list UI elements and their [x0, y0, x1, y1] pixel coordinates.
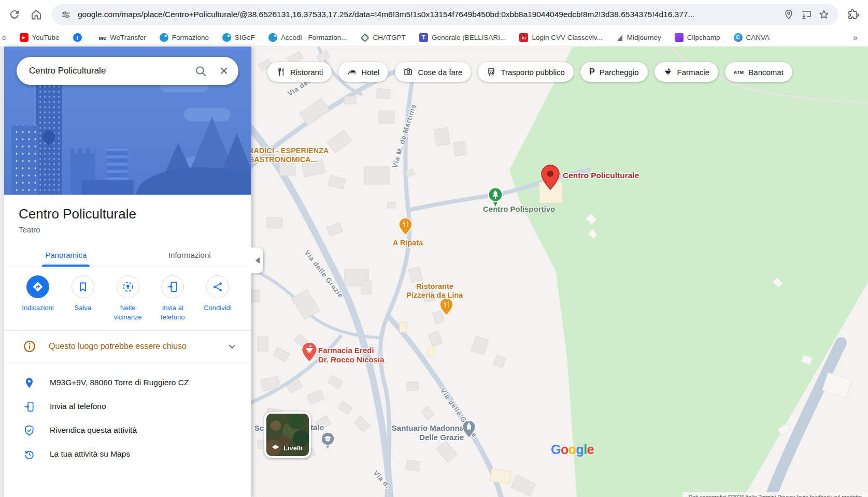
history-clock-icon: [23, 448, 35, 460]
map-pin-santuario[interactable]: [462, 420, 476, 441]
bookmarks-overflow-icon[interactable]: »: [853, 33, 858, 42]
save-button[interactable]: Salva: [61, 275, 105, 322]
bookmark-item-youtube[interactable]: YouTube: [20, 33, 60, 42]
bookmark-item[interactable]: e: [2, 34, 6, 41]
bookmark-item-sigef[interactable]: SIGeF: [222, 33, 255, 42]
bookmark-item-classeviva[interactable]: isLogin CVV Classeviv...: [519, 33, 602, 42]
place-panel: × Centro Policulturale Teatro Panoramica…: [4, 47, 251, 497]
bookmark-item-formazione[interactable]: Formazione: [160, 33, 209, 42]
maps-search-box[interactable]: ×: [17, 57, 238, 85]
map-base-layer: [251, 47, 868, 497]
poi-label-pizzeria-da-lina[interactable]: RistorantePizzeria da Lina: [390, 282, 479, 300]
train-icon: [487, 67, 496, 77]
poi-label-santuario[interactable]: Santuario MadonnaDelle Grazie: [375, 423, 464, 442]
bookmark-item-canva[interactable]: CCANVA: [734, 33, 770, 42]
teams-icon: T: [419, 33, 428, 42]
bookmark-item-clipchamp[interactable]: Clipchamp: [675, 33, 720, 42]
nearby-icon: [117, 275, 139, 298]
restaurant-pin-icon: [399, 217, 412, 236]
chip-hotel[interactable]: Hotel: [338, 62, 388, 82]
sigef-icon: [222, 33, 231, 42]
chip-bancomat[interactable]: ATM Bancomat: [725, 62, 792, 82]
info-icon: [23, 340, 36, 353]
clipchamp-icon: [675, 33, 684, 42]
location-pin-icon[interactable]: [783, 9, 794, 20]
url-bar[interactable]: google.com/maps/place/Centro+Policultura…: [52, 4, 838, 25]
poi-label-scuola[interactable]: Sc: [254, 423, 264, 432]
place-actions: Indicazioni Salva Nelle vicinanze: [4, 267, 251, 326]
page-title: Centro Policulturale: [4, 206, 251, 222]
poi-label-farmacia[interactable]: Farmacia ErediDr. Rocco Nicosia: [318, 346, 385, 364]
search-input[interactable]: [29, 66, 182, 76]
chip-label: Parcheggio: [600, 68, 639, 77]
map-pin-scuola[interactable]: [321, 432, 335, 451]
poi-label-radici[interactable]: RADICI - ESPERIENZAGASTRONOMICA...: [251, 147, 329, 164]
google-logo: Google: [551, 442, 594, 457]
address-text: M93G+9V, 88060 Torre di Ruggiero CZ: [50, 378, 189, 387]
chip-cose-da-fare[interactable]: Cose da fare: [395, 62, 471, 82]
site-info-icon[interactable]: [60, 9, 72, 20]
map-pin-pizzeria-da-lina[interactable]: [439, 298, 453, 318]
bookmark-item-chatgpt[interactable]: CHATGPT: [361, 33, 406, 42]
map-canvas[interactable]: Ristoranti Hotel Cose da fare Trasporto …: [251, 47, 868, 497]
map-pin-farmacia[interactable]: [301, 342, 318, 364]
maps-activity-row[interactable]: La tua attività su Maps: [4, 442, 251, 466]
send-to-phone-button[interactable]: Invia al telefono: [150, 275, 195, 322]
chip-label: Cose da fare: [418, 68, 462, 77]
search-icon[interactable]: [194, 65, 207, 78]
tab-panoramica[interactable]: Panoramica: [4, 244, 128, 267]
map-pin-centro-polisportivo[interactable]: [488, 187, 503, 210]
place-tabs: Panoramica Informazioni: [4, 244, 251, 267]
share-button[interactable]: Condividi: [195, 275, 240, 322]
tab-informazioni[interactable]: Informazioni: [128, 244, 252, 267]
collapse-panel-button[interactable]: [251, 247, 263, 273]
browser-window: google.com/maps/place/Centro+Policultura…: [0, 0, 868, 497]
chip-farmacie[interactable]: Farmacie: [654, 62, 719, 82]
phone-arrow-icon: [23, 401, 35, 413]
url-text[interactable]: google.com/maps/place/Centro+Policultura…: [78, 10, 777, 19]
chip-label: Farmacie: [677, 68, 710, 77]
facebook-icon: f: [73, 33, 82, 42]
extensions-icon[interactable]: [847, 8, 860, 21]
bookmark-item-wetransfer[interactable]: weWeTransfer: [99, 33, 146, 42]
place-status-alert[interactable]: Questo luogo potrebbe essere chiuso: [4, 330, 251, 362]
layers-control[interactable]: Livelli: [264, 412, 311, 458]
clear-search-icon[interactable]: ×: [220, 64, 228, 78]
directions-button[interactable]: Indicazioni: [16, 275, 60, 322]
claim-business-text: Rivendica questa attività: [50, 426, 137, 435]
bookmark-item-midjourney[interactable]: Midjourney: [616, 33, 661, 42]
chevron-down-icon[interactable]: [226, 341, 238, 352]
place-category: Teatro: [4, 222, 251, 234]
address-row[interactable]: M93G+9V, 88060 Torre di Ruggiero CZ: [4, 371, 251, 394]
reload-icon[interactable]: [8, 8, 21, 21]
place-details-list: M93G+9V, 88060 Torre di Ruggiero CZ Invi…: [4, 362, 251, 474]
layers-label: Livelli: [283, 444, 303, 452]
poi-label-centro-policulturale[interactable]: Centro Policulturale: [563, 171, 639, 180]
poi-label-a-ripata[interactable]: A Ripata: [393, 239, 423, 247]
map-pin-centro-policulturale[interactable]: [541, 165, 560, 193]
send-to-phone-row[interactable]: Invia al telefono: [4, 394, 251, 418]
send-to-phone-text: Invia al telefono: [50, 402, 106, 411]
red-place-pin-icon: [541, 165, 560, 191]
bookmark-item-accedi[interactable]: Accedi - Formazion...: [268, 33, 347, 42]
layers-icon: [271, 444, 280, 452]
nearby-button[interactable]: Nelle vicinanze: [106, 275, 150, 322]
chip-trasporto-pubblico[interactable]: Trasporto pubblico: [478, 62, 574, 82]
shield-check-icon: [23, 425, 35, 436]
claim-business-row[interactable]: Rivendica questa attività: [4, 418, 251, 442]
midjourney-icon: [616, 33, 623, 42]
chip-ristoranti[interactable]: Ristoranti: [267, 62, 332, 82]
pharmacy-icon: [663, 67, 673, 77]
directions-icon: [26, 275, 49, 298]
install-app-icon[interactable]: [801, 9, 812, 20]
home-icon[interactable]: [30, 8, 42, 21]
alert-text: Questo luogo potrebbe essere chiuso: [49, 342, 214, 351]
map-pin-a-ripata[interactable]: [399, 217, 412, 238]
bookmark-item-facebook[interactable]: f: [73, 33, 86, 42]
maps-activity-text: La tua attività su Maps: [50, 449, 130, 459]
chip-parcheggio[interactable]: P Parcheggio: [580, 62, 648, 82]
accedi-icon: [268, 33, 277, 42]
bookmark-item-teams[interactable]: TGenerale (BELLISARI...: [419, 33, 506, 42]
chatgpt-icon: [361, 33, 369, 42]
bookmark-star-icon[interactable]: [818, 9, 830, 20]
